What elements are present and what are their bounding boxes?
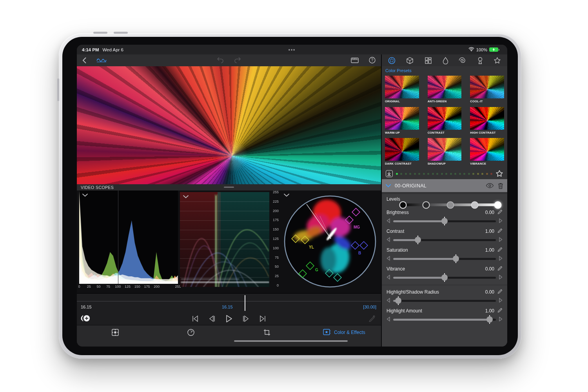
video-scopes-toggle-icon[interactable] bbox=[96, 57, 107, 64]
clip-info-icon[interactable] bbox=[351, 57, 359, 64]
slider-increment-arrow[interactable] bbox=[499, 297, 503, 304]
waveform-scope[interactable]: 2552252001751501251007550250 bbox=[180, 191, 279, 292]
slider-decrement-arrow[interactable] bbox=[387, 255, 390, 262]
pager-dot[interactable] bbox=[468, 173, 470, 175]
video-preview[interactable] bbox=[77, 66, 381, 184]
tab-color-effects[interactable]: Color & Effects bbox=[323, 328, 365, 336]
pager-dot[interactable] bbox=[418, 173, 420, 175]
skip-to-end-button[interactable] bbox=[259, 315, 267, 323]
edit-value-pencil-icon[interactable] bbox=[497, 308, 503, 314]
vectorscope-collapse-chevron[interactable] bbox=[284, 194, 289, 197]
slider-track[interactable] bbox=[393, 220, 496, 222]
waveform-collapse-chevron[interactable] bbox=[183, 195, 189, 198]
slider-track[interactable] bbox=[393, 239, 496, 241]
collapse-chevron-icon[interactable] bbox=[386, 184, 391, 187]
pager-dot[interactable] bbox=[481, 173, 483, 175]
add-keyframe-icon[interactable] bbox=[81, 314, 91, 323]
slider-thumb[interactable] bbox=[441, 218, 448, 224]
import-preset-icon[interactable] bbox=[386, 170, 393, 177]
slider-decrement-arrow[interactable] bbox=[387, 218, 390, 225]
tab-keying-icon[interactable] bbox=[477, 57, 483, 64]
preset-cool-it[interactable]: COOL-IT bbox=[470, 76, 504, 106]
scopes-drag-handle[interactable] bbox=[224, 187, 234, 188]
levels-knob-light[interactable] bbox=[471, 201, 478, 209]
edit-value-pencil-icon[interactable] bbox=[497, 228, 503, 234]
undo-icon[interactable] bbox=[217, 57, 224, 63]
pager-dot[interactable] bbox=[463, 173, 465, 175]
slider-track[interactable] bbox=[393, 258, 496, 260]
pager-dot[interactable] bbox=[490, 173, 492, 175]
multitask-dots[interactable]: ••• bbox=[289, 47, 296, 53]
preset-pager-dots[interactable] bbox=[396, 173, 493, 175]
pager-dot[interactable] bbox=[477, 173, 479, 175]
pager-dot[interactable] bbox=[423, 173, 425, 175]
pager-dot[interactable] bbox=[432, 173, 434, 175]
vectorscope[interactable]: MGBYLG bbox=[281, 191, 379, 292]
pager-dot[interactable] bbox=[450, 173, 452, 175]
slider-thumb[interactable] bbox=[415, 237, 421, 243]
tab-speed[interactable] bbox=[187, 328, 195, 336]
effect-header[interactable]: 00-ORIGINAL bbox=[382, 179, 507, 192]
levels-knob-white[interactable] bbox=[494, 201, 502, 209]
tab-layout-grid-icon[interactable] bbox=[425, 57, 432, 64]
timeline-ruler[interactable]: 16.15 16.15 [30.00] bbox=[77, 293, 381, 312]
pager-dot[interactable] bbox=[396, 173, 398, 175]
redo-icon[interactable] bbox=[234, 57, 241, 63]
preset-contrast[interactable]: CONTRAST bbox=[428, 107, 462, 137]
edit-value-pencil-icon[interactable] bbox=[497, 289, 503, 295]
tab-color-wheel-icon[interactable] bbox=[388, 57, 396, 64]
pager-dot[interactable] bbox=[472, 173, 474, 175]
preset-shadowup[interactable]: SHADOWUP bbox=[428, 138, 462, 168]
skip-to-start-button[interactable] bbox=[191, 315, 199, 323]
pager-dot[interactable] bbox=[454, 173, 456, 175]
edit-value-pencil-icon[interactable] bbox=[497, 209, 503, 216]
visibility-eye-icon[interactable] bbox=[486, 183, 494, 188]
pager-dot[interactable] bbox=[427, 173, 429, 175]
slider-increment-arrow[interactable] bbox=[499, 236, 503, 243]
preset-warm-up[interactable]: WARM-UP bbox=[385, 107, 419, 137]
slider-thumb[interactable] bbox=[441, 274, 448, 281]
levels-control[interactable]: Levels bbox=[387, 196, 503, 206]
histogram-scope[interactable]: 0255075100125150175200255 bbox=[79, 191, 178, 292]
preset-high-contrast[interactable]: HIGH CONTRAST bbox=[470, 107, 504, 137]
slider-increment-arrow[interactable] bbox=[499, 218, 503, 225]
pager-dot[interactable] bbox=[414, 173, 416, 175]
slider-thumb[interactable] bbox=[486, 316, 493, 323]
edit-value-pencil-icon[interactable] bbox=[497, 266, 503, 272]
edit-value-pencil-icon[interactable] bbox=[497, 247, 503, 253]
back-button[interactable] bbox=[82, 57, 86, 64]
tab-frame-position[interactable] bbox=[111, 328, 119, 336]
slider-thumb[interactable] bbox=[395, 298, 401, 304]
pager-dot[interactable] bbox=[486, 173, 488, 175]
step-forward-button[interactable] bbox=[241, 315, 250, 323]
levels-knob-gray[interactable] bbox=[447, 201, 454, 209]
slider-decrement-arrow[interactable] bbox=[387, 274, 390, 281]
slider-decrement-arrow[interactable] bbox=[387, 297, 390, 304]
slider-increment-arrow[interactable] bbox=[499, 255, 503, 262]
slider-track[interactable] bbox=[393, 300, 496, 302]
step-back-button[interactable] bbox=[208, 315, 216, 323]
pager-dot[interactable] bbox=[436, 173, 438, 175]
slider-track[interactable] bbox=[393, 319, 496, 321]
preset-vibrance[interactable]: VIBRANCE bbox=[470, 138, 504, 168]
favorite-star-icon[interactable] bbox=[495, 170, 503, 178]
tab-crop[interactable] bbox=[263, 328, 271, 336]
pager-dot[interactable] bbox=[409, 173, 411, 175]
pager-dot[interactable] bbox=[445, 173, 447, 175]
playhead[interactable] bbox=[245, 295, 245, 311]
preset-original[interactable]: ORIGINAL bbox=[385, 76, 419, 106]
preset-dark-contrast[interactable]: DARK CONTRAST bbox=[385, 138, 419, 168]
tabbar-scroll-indicator[interactable] bbox=[234, 340, 348, 342]
slider-increment-arrow[interactable] bbox=[499, 274, 503, 281]
slider-decrement-arrow[interactable] bbox=[387, 236, 390, 243]
tab-distort-spiral-icon[interactable] bbox=[459, 57, 466, 64]
preset-anti-green[interactable]: ANTI-GREEN bbox=[428, 76, 462, 106]
delete-trash-icon[interactable] bbox=[498, 183, 503, 189]
pager-dot[interactable] bbox=[459, 173, 461, 175]
help-icon[interactable]: ? bbox=[369, 57, 376, 64]
slider-thumb[interactable] bbox=[453, 256, 459, 262]
play-button[interactable] bbox=[225, 314, 233, 323]
pager-dot[interactable] bbox=[441, 173, 443, 175]
slider-increment-arrow[interactable] bbox=[499, 316, 503, 323]
levels-track[interactable] bbox=[400, 203, 501, 206]
